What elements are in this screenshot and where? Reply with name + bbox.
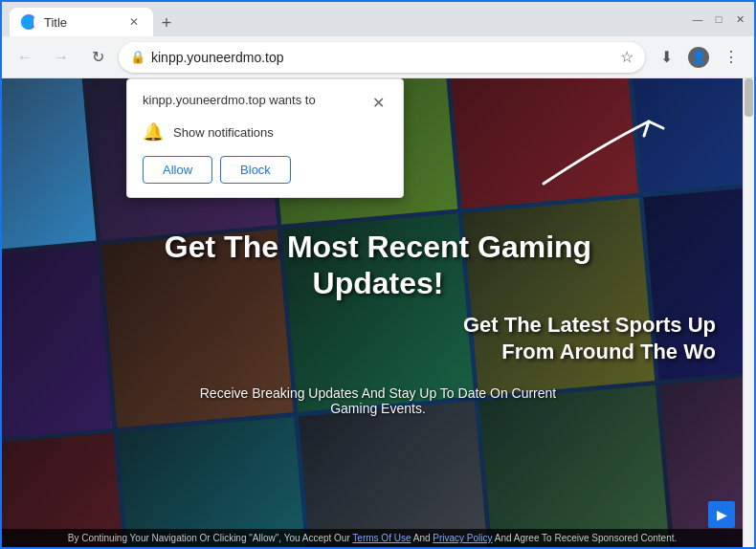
address-bar: ← → ↻ 🔒 kinpp.youneerdmo.top ☆ ⬇ 👤 ⋮ [2,36,754,78]
content-area: Get The Most Recent GamingUpdates! Get T… [2,78,754,547]
permission-text: Show notifications [173,125,274,140]
back-button[interactable]: ← [10,42,40,73]
browser-tab[interactable]: 🌐 Title ✕ [10,8,153,36]
bottom-bar: By Continuing Your Navigation Or Clickin… [2,529,743,547]
bottom-bar-text-before: By Continuing Your Navigation Or Clickin… [68,533,353,543]
user-avatar-icon: 👤 [688,47,709,68]
bottom-bar-text-after: And Agree To Receive Sponsored Content. [493,533,678,543]
scrollbar-thumb[interactable] [745,78,753,117]
address-input-wrap[interactable]: 🔒 kinpp.youneerdmo.top ☆ [119,42,645,73]
tab-favicon-icon: 🌐 [21,14,36,30]
tab-area: 🌐 Title ✕ + [10,2,685,36]
sub-heading-line1: Get The Latest Sports Up [463,313,716,337]
popup-buttons: Allow Block [143,156,388,184]
privacy-link[interactable]: Privacy Policy [433,533,492,543]
close-button[interactable]: ✕ [733,12,746,26]
browser-window: 🌐 Title ✕ + — □ ✕ ← → ↻ 🔒 kinpp.youneerd… [0,0,756,549]
sub-heading-line2: From Around The Wo [501,340,716,363]
sub-heading: Get The Latest Sports Up From Around The… [463,312,754,366]
forward-button[interactable]: → [46,42,77,73]
popup-permission: 🔔 Show notifications [143,121,388,143]
popup-close-button[interactable]: ✕ [368,93,388,112]
terms-link[interactable]: Terms Of Use [352,533,411,543]
tab-close-button[interactable]: ✕ [126,14,142,30]
window-controls: — □ ✕ [691,12,746,26]
title-bar: 🌐 Title ✕ + — □ ✕ [2,2,754,36]
body-text: Receive Breaking Updates And Stay Up To … [181,385,576,416]
bottom-right-button[interactable]: ▶ [708,501,735,528]
main-heading: Get The Most Recent GamingUpdates! [165,229,591,302]
allow-button[interactable]: Allow [143,156,212,184]
toolbar-icons: ⬇ 👤 ⋮ [651,42,746,73]
address-text: kinpp.youneerdmo.top [151,50,611,65]
globe-tab-icon: 🌐 [20,16,33,29]
bell-icon: 🔔 [143,121,164,143]
bookmark-star-icon[interactable]: ☆ [620,48,634,66]
download-icon[interactable]: ⬇ [651,42,681,73]
new-tab-button[interactable]: + [153,10,180,36]
menu-icon[interactable]: ⋮ [716,42,746,73]
arrow-overlay [524,107,678,203]
popup-header: kinpp.youneerdmo.top wants to ✕ [143,93,388,112]
lock-icon: 🔒 [130,50,145,64]
maximize-button[interactable]: □ [712,12,725,26]
notification-popup: kinpp.youneerdmo.top wants to ✕ 🔔 Show n… [126,78,404,198]
block-button[interactable]: Block [220,156,291,184]
scrollbar[interactable] [743,78,754,547]
tab-title: Title [44,15,67,30]
profile-avatar[interactable]: 👤 [683,42,714,73]
refresh-button[interactable]: ↻ [82,42,113,73]
bottom-bar-text-middle: And [411,533,433,543]
popup-title: kinpp.youneerdmo.top wants to [143,93,316,107]
body-text-content: Receive Breaking Updates And Stay Up To … [200,385,557,416]
minimize-button[interactable]: — [691,12,704,26]
main-heading-text: Get The Most Recent GamingUpdates! [165,230,591,300]
